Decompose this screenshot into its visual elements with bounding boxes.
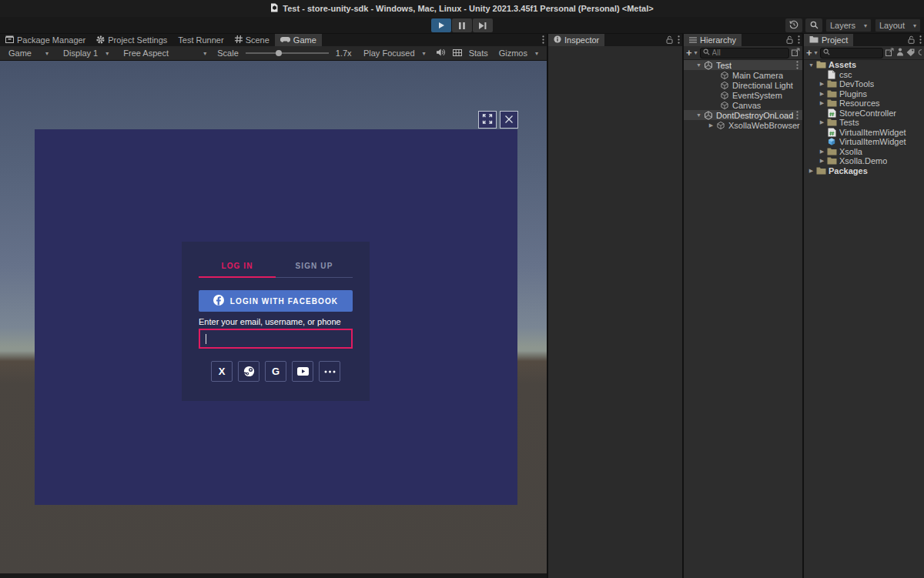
expand-arrow-icon[interactable]: ▶ bbox=[818, 100, 826, 106]
chevron-down-icon: ▾ bbox=[864, 22, 867, 29]
hierarchy-row[interactable]: ▼Test bbox=[684, 60, 802, 70]
scale-slider-knob[interactable] bbox=[276, 50, 282, 56]
hierarchy-menu-kebab[interactable] bbox=[798, 33, 800, 47]
pause-button[interactable] bbox=[452, 18, 472, 32]
tab-package-manager[interactable]: Package Manager bbox=[0, 34, 91, 46]
tab-project[interactable]: Project bbox=[804, 34, 853, 46]
scene-grid-icon bbox=[235, 35, 243, 45]
tab-game[interactable]: Game bbox=[275, 34, 322, 46]
steam-login-button[interactable] bbox=[238, 361, 259, 382]
facebook-login-button[interactable]: LOGIN WITH FACEBOOK bbox=[199, 290, 353, 312]
tab-scene[interactable]: Scene bbox=[229, 34, 275, 46]
project-row[interactable]: csc bbox=[804, 70, 924, 80]
hierarchy-row[interactable]: Main Camera bbox=[684, 70, 802, 80]
fullscreen-button[interactable] bbox=[478, 111, 497, 129]
project-row[interactable]: ▶Packages bbox=[804, 166, 924, 176]
step-button[interactable] bbox=[473, 18, 493, 32]
tab-hierarchy[interactable]: Hierarchy bbox=[684, 34, 742, 46]
search-by-label-icon[interactable] bbox=[906, 48, 915, 58]
history-icon bbox=[789, 18, 798, 32]
hierarchy-row[interactable]: ▶XsollaWebBrowser bbox=[684, 120, 802, 130]
scale-slider[interactable] bbox=[246, 52, 329, 54]
more-login-button[interactable] bbox=[319, 361, 340, 382]
chevron-down-icon[interactable]: ▾ bbox=[815, 49, 818, 56]
hierarchy-row[interactable]: Canvas bbox=[684, 100, 802, 110]
youtube-login-button[interactable] bbox=[292, 361, 313, 382]
project-row[interactable]: ▶Plugins bbox=[804, 89, 924, 99]
magnifier-icon bbox=[703, 48, 710, 57]
close-browser-button[interactable] bbox=[500, 111, 518, 129]
chevron-down-icon[interactable]: ▾ bbox=[695, 49, 698, 56]
vsync-grid-button[interactable] bbox=[453, 48, 462, 58]
hierarchy-search-input[interactable]: All bbox=[700, 48, 789, 58]
mute-audio-button[interactable] bbox=[437, 48, 446, 58]
project-row[interactable]: ▶Resources bbox=[804, 99, 924, 109]
signup-tab[interactable]: SIGN UP bbox=[276, 262, 353, 270]
x-icon: X bbox=[219, 366, 226, 377]
google-login-button[interactable]: G bbox=[265, 361, 286, 382]
search-store-icon[interactable] bbox=[896, 48, 904, 58]
expand-arrow-icon[interactable]: ▶ bbox=[818, 149, 826, 155]
create-asset-button[interactable]: + bbox=[806, 47, 812, 58]
username-input[interactable] bbox=[199, 329, 353, 349]
inspector-menu-kebab[interactable] bbox=[678, 33, 680, 47]
folder-icon bbox=[826, 148, 837, 155]
project-row[interactable]: VirtualItemWidget bbox=[804, 137, 924, 147]
project-row[interactable]: ▼Assets bbox=[804, 60, 924, 70]
project-row[interactable]: ▶Xsolla bbox=[804, 147, 924, 157]
project-search-input[interactable] bbox=[820, 48, 883, 58]
play-button[interactable] bbox=[431, 18, 451, 32]
project-menu-kebab[interactable] bbox=[919, 33, 922, 47]
stats-button[interactable]: Stats bbox=[469, 48, 488, 58]
window-title-bar: Test - store-unity-sdk - Windows, Mac, L… bbox=[0, 0, 924, 17]
expand-arrow-icon[interactable]: ▼ bbox=[807, 62, 815, 68]
tab-label: Package Manager bbox=[17, 35, 85, 45]
play-icon bbox=[437, 18, 445, 32]
gizmos-dropdown[interactable]: Gizmos ▾ bbox=[495, 46, 542, 60]
project-row[interactable]: ▶DevTools bbox=[804, 79, 924, 89]
kebab-icon[interactable] bbox=[796, 111, 798, 119]
x-login-button[interactable]: X bbox=[211, 361, 233, 382]
hierarchy-panel: Hierarchy + ▾ All ▼TestMain CameraDirect… bbox=[684, 34, 802, 578]
display-dropdown[interactable]: Display 1 ▾ bbox=[59, 46, 112, 60]
expand-arrow-icon[interactable]: ▶ bbox=[818, 91, 826, 97]
expand-arrow-icon[interactable]: ▶ bbox=[807, 168, 815, 174]
expand-arrow-icon[interactable]: ▼ bbox=[695, 112, 703, 118]
expand-arrow-icon[interactable]: ▶ bbox=[818, 119, 826, 125]
project-row[interactable]: VirtualItemWidget bbox=[804, 128, 924, 138]
expand-arrow-icon[interactable]: ▶ bbox=[818, 81, 826, 87]
tab-project-settings[interactable]: Project Settings bbox=[91, 34, 172, 46]
play-focused-dropdown[interactable]: Play Focused ▾ bbox=[360, 46, 430, 60]
project-row[interactable]: ▶Xsolla.Demo bbox=[804, 156, 924, 166]
tab-test-runner[interactable]: Test Runner bbox=[172, 34, 229, 46]
lock-icon[interactable] bbox=[908, 33, 915, 47]
create-object-button[interactable]: + bbox=[686, 47, 692, 58]
hierarchy-row[interactable]: ▼DontDestroyOnLoad bbox=[684, 110, 802, 120]
game-target-label: Game bbox=[8, 48, 32, 58]
search-everywhere-button[interactable] bbox=[805, 18, 822, 32]
window-picker-icon[interactable] bbox=[792, 48, 800, 58]
expand-arrow-icon[interactable]: ▶ bbox=[707, 122, 715, 129]
project-row[interactable]: StoreController bbox=[804, 109, 924, 119]
game-view-menu-kebab[interactable] bbox=[542, 33, 544, 47]
expand-arrow-icon[interactable]: ▼ bbox=[695, 62, 703, 68]
hierarchy-row[interactable]: Directional Light bbox=[684, 80, 802, 90]
search-by-type-icon[interactable] bbox=[886, 48, 894, 58]
search-icon bbox=[810, 18, 819, 32]
lock-icon[interactable] bbox=[786, 33, 793, 47]
tab-underline bbox=[199, 276, 353, 278]
tab-inspector[interactable]: Inspector bbox=[548, 34, 604, 46]
undo-history-button[interactable] bbox=[785, 18, 802, 32]
lock-icon[interactable] bbox=[666, 33, 673, 47]
aspect-dropdown[interactable]: Free Aspect ▾ bbox=[119, 46, 210, 60]
expand-arrow-icon[interactable]: ▶ bbox=[818, 158, 826, 164]
layers-dropdown[interactable]: Layers ▾ bbox=[825, 18, 872, 32]
login-tab[interactable]: LOG IN bbox=[199, 262, 276, 270]
game-target-dropdown[interactable]: Game ▾ bbox=[5, 46, 52, 60]
kebab-icon[interactable] bbox=[796, 61, 798, 69]
layout-dropdown[interactable]: Layout ▾ bbox=[875, 18, 921, 32]
project-row[interactable]: ▶Tests bbox=[804, 118, 924, 128]
scale-value: 1.7x bbox=[336, 48, 352, 58]
hidden-packages-eye-icon[interactable] bbox=[917, 48, 922, 58]
hierarchy-row[interactable]: EventSystem bbox=[684, 90, 802, 100]
